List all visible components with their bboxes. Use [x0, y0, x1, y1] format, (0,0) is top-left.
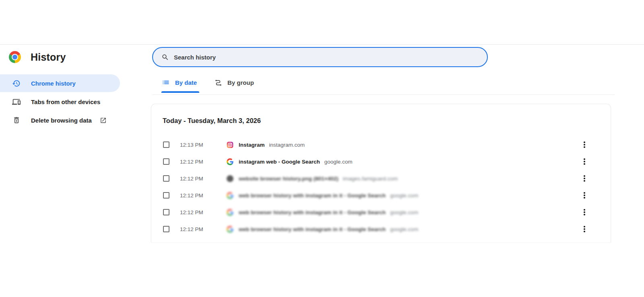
history-card: Today - Tuesday, March 3, 2026 12:13 PM …	[151, 104, 611, 242]
row-title-link[interactable]: website browser history.png (801×402)	[239, 176, 339, 182]
row-title-link[interactable]: web browser history with instagram in it…	[239, 226, 386, 232]
sidebar-item-label: Tabs from other devices	[31, 98, 100, 105]
row-time: 12:12 PM	[180, 170, 203, 187]
sidebar-item-delete-browsing-data[interactable]: Delete browsing data	[0, 111, 120, 129]
open-in-new-icon	[100, 117, 107, 124]
kebab-menu-icon[interactable]	[581, 206, 588, 218]
chrome-logo-icon	[9, 51, 21, 63]
row-checkbox[interactable]	[163, 226, 169, 232]
instagram-favicon	[227, 141, 233, 148]
chrome-history-page: History Chrome history Tabs from other d…	[0, 0, 644, 297]
app-header: History	[9, 51, 66, 63]
history-rows: 12:13 PM Instagram instagram.com 12:12 P…	[151, 136, 611, 238]
search-box	[152, 47, 488, 67]
row-time: 12:12 PM	[180, 153, 203, 170]
page-title: History	[31, 51, 66, 63]
sidebar-item-chrome-history[interactable]: Chrome history	[0, 74, 120, 92]
row-entry: instagram web - Google Search google.com	[239, 153, 574, 170]
row-time: 12:13 PM	[180, 136, 203, 153]
tabs-divider	[152, 94, 615, 95]
row-checkbox[interactable]	[163, 192, 169, 199]
active-tab-underline	[161, 91, 199, 93]
journeys-icon	[215, 79, 222, 86]
list-icon	[162, 78, 170, 86]
tab-by-group[interactable]: By group	[215, 74, 254, 91]
delete-icon	[12, 116, 21, 125]
row-domain: google.com	[390, 226, 418, 232]
globe-favicon	[227, 175, 233, 182]
history-row: 12:12 PM web browser history with instag…	[151, 187, 611, 204]
kebab-menu-icon[interactable]	[581, 189, 588, 201]
history-row: 12:12 PM web browser history with instag…	[151, 221, 611, 238]
row-time: 12:12 PM	[180, 204, 203, 221]
row-checkbox[interactable]	[163, 175, 169, 182]
google-favicon	[227, 158, 233, 165]
google-favicon	[227, 209, 233, 216]
row-domain: images.famiguard.com	[343, 176, 398, 182]
row-title-link[interactable]: instagram web - Google Search	[239, 159, 320, 165]
kebab-menu-icon[interactable]	[581, 139, 588, 151]
kebab-menu-icon[interactable]	[581, 156, 588, 168]
tab-label: By date	[175, 79, 197, 86]
row-checkbox[interactable]	[163, 141, 169, 148]
kebab-menu-icon[interactable]	[581, 172, 588, 184]
row-entry: web browser history with instagram in it…	[239, 221, 574, 238]
row-entry: website browser history.png (801×402) im…	[239, 170, 574, 187]
row-domain: instagram.com	[269, 142, 305, 148]
row-checkbox[interactable]	[163, 158, 169, 165]
row-title-link[interactable]: web browser history with instagram in it…	[239, 193, 386, 199]
row-entry: web browser history with instagram in it…	[239, 204, 574, 221]
google-favicon	[227, 192, 233, 199]
sidebar-item-tabs-other-devices[interactable]: Tabs from other devices	[0, 93, 120, 111]
devices-icon	[12, 98, 21, 106]
top-divider	[0, 44, 644, 45]
sidebar-item-label: Delete browsing data	[31, 117, 92, 124]
google-favicon	[227, 226, 233, 233]
sidebar: Chrome history Tabs from other devices D…	[0, 74, 120, 130]
history-icon	[12, 79, 21, 88]
row-entry: Instagram instagram.com	[239, 136, 574, 153]
row-title-link[interactable]: Instagram	[239, 142, 265, 148]
history-row: 12:12 PM website browser history.png (80…	[151, 170, 611, 187]
tab-label: By group	[227, 79, 254, 86]
row-title-link[interactable]: web browser history with instagram in it…	[239, 209, 386, 215]
history-row: 12:12 PM instagram web - Google Search g…	[151, 153, 611, 170]
row-time: 12:12 PM	[180, 187, 203, 204]
row-domain: google.com	[324, 159, 353, 165]
history-row: 12:13 PM Instagram instagram.com	[151, 136, 611, 153]
row-checkbox[interactable]	[163, 209, 169, 215]
row-entry: web browser history with instagram in it…	[239, 187, 574, 204]
search-input[interactable]	[174, 54, 480, 61]
row-domain: google.com	[390, 193, 418, 199]
search-icon	[161, 53, 169, 61]
history-row: 12:12 PM web browser history with instag…	[151, 204, 611, 221]
sidebar-item-label: Chrome history	[31, 80, 76, 87]
date-group-header: Today - Tuesday, March 3, 2026	[163, 117, 261, 125]
kebab-menu-icon[interactable]	[581, 223, 588, 235]
row-domain: google.com	[390, 209, 418, 215]
tab-by-date[interactable]: By date	[162, 74, 197, 91]
row-time: 12:12 PM	[180, 221, 203, 238]
